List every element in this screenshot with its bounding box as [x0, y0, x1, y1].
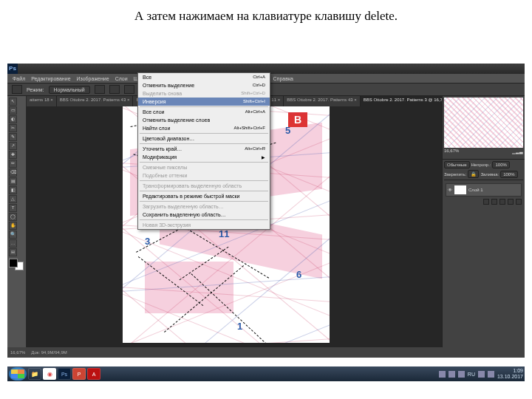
document-tab[interactable]: atterns 18 ×	[27, 96, 57, 106]
tool-button[interactable]: ⌫	[9, 168, 17, 177]
layers-panel: 👁 Слой 1	[444, 180, 523, 224]
menu-справка[interactable]: Справка	[271, 76, 296, 81]
tool-button[interactable]: ✂	[9, 124, 17, 132]
fill-value[interactable]: 100%	[500, 171, 517, 178]
color-swatch[interactable]	[9, 259, 24, 270]
new-layer-icon[interactable]	[508, 199, 514, 205]
menu-item[interactable]: Редактировать в режиме быстрой маски	[138, 192, 270, 200]
navigator-panel: 16,67% ▁▂▃	[443, 96, 525, 160]
tool-button[interactable]: …	[9, 239, 17, 248]
tray-language[interactable]: RU	[468, 372, 475, 377]
windows-taskbar: 📁 ◉ Ps P A RU 1:09 13.10.2017	[7, 366, 525, 381]
tool-button[interactable]: ↖	[9, 98, 17, 106]
tray-icon[interactable]	[439, 371, 446, 378]
options-icon-1[interactable]	[95, 85, 105, 94]
lock-label: Закрепить:	[444, 172, 466, 177]
tool-button[interactable]: ▭	[9, 106, 17, 115]
taskbar-chrome-icon[interactable]: ◉	[43, 368, 56, 380]
menu-item: Выделить сноваShift+Ctrl+D	[138, 89, 270, 98]
mode-dropdown[interactable]: Нормальный	[49, 86, 90, 94]
tool-button[interactable]: △	[9, 195, 17, 203]
document-tab[interactable]: BBS Ottobre 2. 2017. Patterns 43 ×	[284, 96, 361, 106]
menu-item[interactable]: Сохранить выделенную область…	[138, 211, 270, 219]
menu-item: Новая 3D-экструзия	[138, 221, 270, 229]
selection-menu-dropdown: ВсеCtrl+AОтменить выделениеCtrl+DВыделит…	[137, 72, 270, 230]
tool-button[interactable]: ✏	[9, 160, 17, 168]
tool-button[interactable]: ◧	[9, 186, 17, 194]
pattern-number: 11	[219, 228, 229, 239]
pattern-number: 6	[296, 269, 301, 280]
tool-button[interactable]: ◯	[9, 213, 17, 221]
system-tray: RU 1:09 13.10.2017	[439, 368, 523, 380]
opacity-label: Непрозр.:	[471, 163, 491, 167]
taskbar-explorer-icon[interactable]: 📁	[28, 368, 41, 380]
folder-icon[interactable]	[499, 199, 505, 205]
options-icon-3[interactable]	[124, 85, 134, 94]
mask-icon[interactable]	[491, 199, 497, 205]
menu-item: Смежные пикселы	[138, 163, 270, 171]
layer-row[interactable]: 👁 Слой 1	[446, 183, 522, 197]
tray-icon[interactable]	[449, 371, 455, 378]
opacity-value[interactable]: 100%	[492, 161, 509, 168]
menu-item[interactable]: Модификация▶	[138, 153, 270, 161]
layer-action-row	[446, 199, 522, 205]
blend-mode-dropdown[interactable]: Обычные	[444, 161, 470, 168]
fill-label: Заливка:	[480, 172, 499, 177]
status-doc-info: Док: 94,9M/94,9M	[31, 350, 66, 355]
zoom-value: 16,67%	[444, 149, 459, 154]
zoom-slider[interactable]: ▁▂▃	[512, 149, 523, 154]
menu-файл[interactable]: Файл	[10, 76, 27, 81]
menu-item[interactable]: Отменить выделениеCtrl+D	[138, 81, 270, 89]
lock-icon[interactable]: 🔒	[468, 170, 479, 178]
tool-button[interactable]: ↗	[9, 142, 17, 150]
pattern-number: 3	[145, 236, 150, 247]
fx-icon[interactable]	[483, 199, 489, 205]
layer-properties: Обычные Непрозр.: 100% Закрепить: 🔒 Зали…	[443, 160, 525, 347]
document-tab[interactable]: BBS Ottobre 2. 2017. Patterns 43 ×	[57, 96, 134, 106]
layer-thumbnail	[454, 185, 466, 194]
tool-button[interactable]: ✋	[9, 222, 17, 230]
photoshop-window: Ps ФайлРедактированиеИзображениеСлоиШриф…	[7, 64, 525, 358]
taskbar-acrobat-icon[interactable]: A	[87, 368, 100, 380]
menu-item[interactable]: Все слоиAlt+Ctrl+A	[138, 108, 270, 116]
document-tab[interactable]: BBS Ottobre 2. 2017. Patterns 3 @ 16,7% …	[361, 96, 442, 106]
menu-item: Подобные оттенки	[138, 171, 270, 180]
status-bar: 16,67% Док: 94,9M/94,9M	[7, 347, 525, 358]
tray-network-icon[interactable]	[478, 371, 485, 378]
tool-preset-icon[interactable]	[12, 85, 22, 94]
taskbar-powerpoint-icon[interactable]: P	[72, 368, 86, 380]
start-button[interactable]	[9, 367, 27, 381]
menu-item: Загрузить выделенную область…	[138, 202, 270, 211]
menu-item: Трансформировать выделенную область	[138, 182, 270, 190]
trash-icon[interactable]	[516, 199, 522, 205]
tools-panel: ↖▭◐✂✎↗✚✏⌫▤◧△T◯✋🔍…⊞	[7, 96, 27, 347]
tool-button[interactable]: T	[9, 204, 17, 212]
menu-редактирование[interactable]: Редактирование	[29, 76, 72, 81]
menu-изображение[interactable]: Изображение	[75, 76, 112, 81]
pattern-number: 5	[285, 125, 290, 136]
menu-слои[interactable]: Слои	[113, 76, 130, 81]
menu-item[interactable]: Отменить выделение слоев	[138, 116, 270, 124]
layer-name: Слой 1	[468, 188, 483, 192]
tool-button[interactable]: ✚	[9, 151, 17, 159]
navigator-thumb[interactable]	[444, 98, 523, 148]
tool-button[interactable]: 🔍	[9, 231, 17, 239]
right-panels: 16,67% ▁▂▃ Обычные Непрозр.: 100% Закреп…	[442, 96, 525, 347]
options-icon-2[interactable]	[109, 85, 120, 94]
tray-clock[interactable]: 1:09 13.10.2017	[497, 368, 523, 380]
menu-item[interactable]: ИнверсияShift+Ctrl+I	[138, 98, 270, 106]
instruction-caption: А затем нажимаем на клавиатуре клавишу d…	[0, 0, 532, 28]
menu-item[interactable]: Найти слоиAlt+Shift+Ctrl+F	[138, 124, 270, 132]
taskbar-photoshop-icon[interactable]: Ps	[58, 368, 71, 380]
status-zoom: 16,67%	[10, 350, 25, 355]
tool-button[interactable]: ▤	[9, 177, 17, 185]
tray-volume-icon[interactable]	[488, 371, 494, 378]
menu-item[interactable]: Цветовой диапазон…	[138, 134, 270, 143]
menu-item[interactable]: Уточнить край…Alt+Ctrl+R	[138, 145, 270, 153]
visibility-icon[interactable]: 👁	[448, 188, 452, 192]
tool-button[interactable]: ⊞	[9, 248, 17, 256]
tool-button[interactable]: ✎	[9, 133, 17, 141]
menu-item[interactable]: ВсеCtrl+A	[138, 73, 270, 81]
tray-icon[interactable]	[458, 371, 465, 378]
tool-button[interactable]: ◐	[9, 115, 17, 123]
